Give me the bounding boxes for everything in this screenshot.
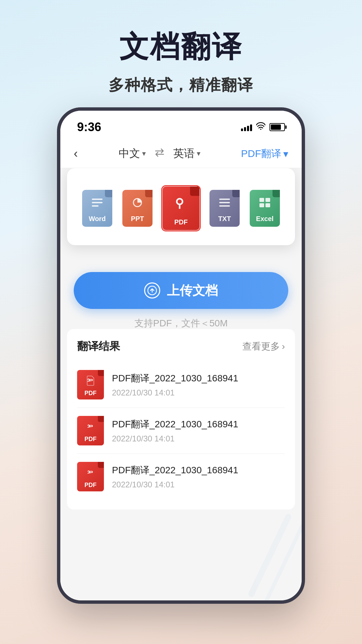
pdf-translate-button[interactable]: PDF翻译 ▾ <box>241 147 288 161</box>
result-pdf-icon-1: PDF <box>77 370 104 399</box>
result-name-2: PDF翻译_2022_1030_168941 <box>112 418 285 431</box>
txt-file-icon: TXT <box>206 188 243 228</box>
file-type-pdf[interactable]: ⚲ PDF <box>159 185 203 232</box>
result-item-3[interactable]: PDF PDF翻译_2022_1030_168941 2022/10/30 14… <box>77 454 285 499</box>
phone-content: Word PPT <box>60 168 302 601</box>
excel-icon-inner <box>257 196 272 214</box>
excel-file-shape: Excel <box>250 190 280 227</box>
target-lang-text: 英语 <box>173 146 195 161</box>
file-type-excel[interactable]: Excel <box>246 188 283 228</box>
results-title: 翻译结果 <box>77 339 120 354</box>
hero-title: 文档翻译 <box>0 27 362 67</box>
result-date-2: 2022/10/30 14:01 <box>112 434 285 443</box>
source-lang[interactable]: 中文 ▾ <box>119 146 146 161</box>
result-date-1: 2022/10/30 14:01 <box>112 388 285 397</box>
word-label: Word <box>89 215 106 223</box>
file-type-ppt[interactable]: PPT <box>119 188 156 228</box>
result-info-1: PDF翻译_2022_1030_168941 2022/10/30 14:01 <box>112 372 285 397</box>
target-lang[interactable]: 英语 ▾ <box>173 146 200 161</box>
upload-hint: 支持PDF，文件＜50M <box>134 317 228 330</box>
txt-label: TXT <box>218 215 231 223</box>
result-item-2[interactable]: PDF PDF翻译_2022_1030_168941 2022/10/30 14… <box>77 408 285 454</box>
svg-rect-11 <box>259 203 264 207</box>
result-pdf-icon-3: PDF <box>77 462 104 491</box>
svg-line-15 <box>265 527 302 601</box>
svg-rect-10 <box>265 198 270 202</box>
source-lang-arrow: ▾ <box>142 149 146 158</box>
hero-section: 文档翻译 多种格式，精准翻译 <box>0 0 362 96</box>
ppt-label: PPT <box>131 215 144 223</box>
file-type-card: Word PPT <box>67 168 295 245</box>
pdf-translate-text: PDF翻译 <box>241 147 281 161</box>
pdf-translate-arrow: ▾ <box>283 148 288 160</box>
svg-rect-8 <box>219 205 230 207</box>
target-lang-arrow: ▾ <box>197 149 200 158</box>
see-more-text: 查看更多 <box>242 340 280 353</box>
status-time: 9:36 <box>77 120 101 134</box>
word-file-icon: Word <box>79 188 116 228</box>
excel-label: Excel <box>256 215 274 223</box>
result-pdf-icon-2: PDF <box>77 416 104 445</box>
lang-selector: 中文 ▾ 英语 ▾ <box>119 146 200 161</box>
svg-rect-9 <box>259 198 264 202</box>
result-pdf-sym-2 <box>85 421 96 434</box>
result-pdf-label-2: PDF <box>84 436 97 443</box>
signal-icon <box>241 123 252 131</box>
svg-line-14 <box>251 517 288 594</box>
ppt-icon-inner <box>130 196 145 214</box>
result-item-1[interactable]: PDF PDF翻译_2022_1030_168941 2022/10/30 14… <box>77 362 285 408</box>
pdf-file-icon: ⚲ PDF <box>159 185 203 232</box>
word-file-shape: Word <box>82 190 112 227</box>
result-pdf-label-1: PDF <box>84 390 97 397</box>
source-lang-text: 中文 <box>119 146 140 161</box>
svg-rect-12 <box>265 203 270 207</box>
battery-icon <box>269 123 285 131</box>
svg-rect-7 <box>219 202 230 203</box>
phone-mockup: 9:36 ‹ <box>57 107 305 604</box>
hero-subtitle: 多种格式，精准翻译 <box>0 75 362 96</box>
txt-file-shape: TXT <box>209 190 240 227</box>
file-type-word[interactable]: Word <box>79 188 116 228</box>
pdf-file-shape: ⚲ PDF <box>163 186 199 230</box>
svg-rect-6 <box>219 199 230 200</box>
result-name-3: PDF翻译_2022_1030_168941 <box>112 464 285 477</box>
result-pdf-label-3: PDF <box>84 482 97 489</box>
swap-icon[interactable] <box>154 148 165 160</box>
txt-icon-inner <box>217 196 232 214</box>
result-pdf-sym-3 <box>85 467 96 480</box>
file-type-txt[interactable]: TXT <box>206 188 243 228</box>
svg-point-0 <box>260 129 261 130</box>
svg-rect-3 <box>92 205 99 207</box>
app-header: ‹ 中文 ▾ 英语 ▾ PDF翻译 ▾ <box>60 140 302 168</box>
status-bar: 9:36 <box>60 111 302 140</box>
results-section: 翻译结果 查看更多 › P <box>67 329 295 509</box>
result-date-3: 2022/10/30 14:01 <box>112 480 285 489</box>
ppt-file-icon: PPT <box>119 188 156 228</box>
word-icon-inner <box>90 196 105 214</box>
excel-file-icon: Excel <box>246 188 283 228</box>
back-button[interactable]: ‹ <box>74 147 78 161</box>
upload-btn-text: 上传文档 <box>167 282 218 299</box>
results-header: 翻译结果 查看更多 › <box>77 339 285 354</box>
wifi-icon <box>256 122 265 132</box>
ppt-file-shape: PPT <box>122 190 153 227</box>
upload-section: 上传文档 支持PDF，文件＜50M <box>60 272 302 330</box>
upload-icon <box>144 282 160 299</box>
see-more-button[interactable]: 查看更多 › <box>242 340 285 353</box>
see-more-arrow: › <box>282 341 285 352</box>
result-info-2: PDF翻译_2022_1030_168941 2022/10/30 14:01 <box>112 418 285 443</box>
pdf-label: PDF <box>174 218 188 226</box>
result-pdf-sym-1 <box>85 375 96 388</box>
svg-rect-1 <box>92 199 103 200</box>
svg-rect-2 <box>92 202 103 203</box>
decorative-lines <box>235 500 302 601</box>
result-name-1: PDF翻译_2022_1030_168941 <box>112 372 285 385</box>
result-info-3: PDF翻译_2022_1030_168941 2022/10/30 14:01 <box>112 464 285 489</box>
status-icons <box>241 122 285 132</box>
upload-button[interactable]: 上传文档 <box>74 272 288 309</box>
